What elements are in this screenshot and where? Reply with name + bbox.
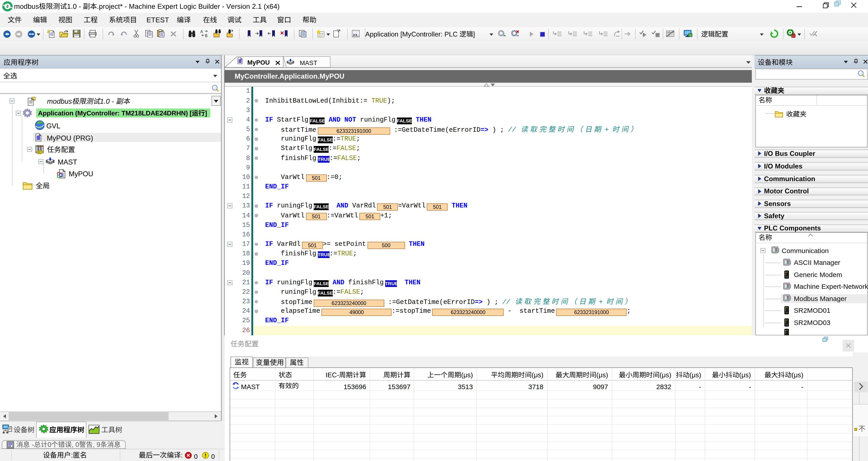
svg-text:B: B <box>205 33 208 37</box>
svg-text:A: A <box>200 29 203 34</box>
